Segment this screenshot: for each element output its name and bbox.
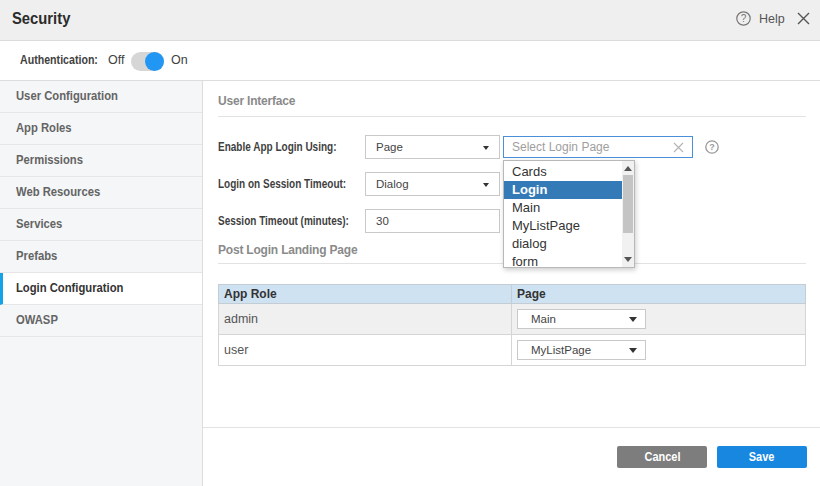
svg-text:?: ? xyxy=(709,142,715,152)
svg-text:?: ? xyxy=(741,13,747,24)
